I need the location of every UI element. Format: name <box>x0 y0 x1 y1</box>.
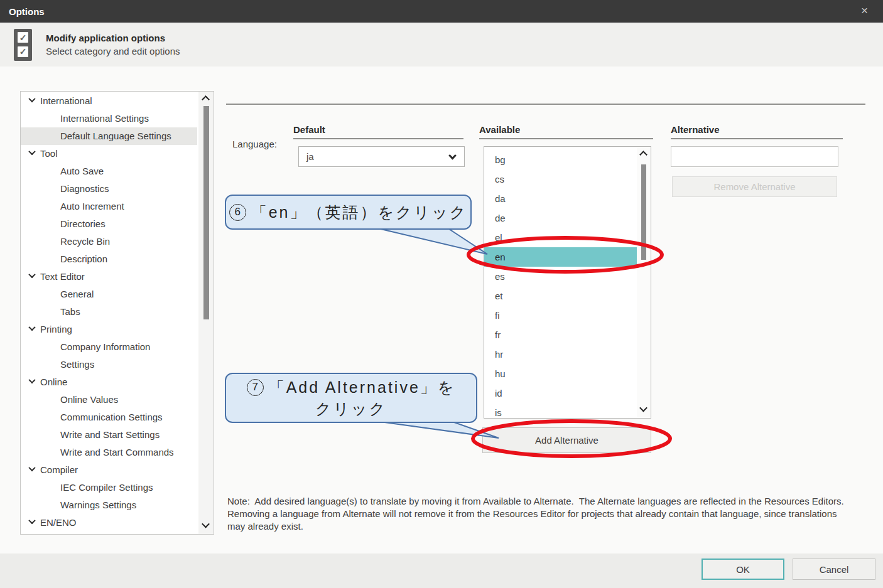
chevron-down-icon <box>28 148 35 155</box>
alternative-input[interactable] <box>671 146 838 167</box>
available-language-id[interactable]: id <box>484 383 637 403</box>
scroll-down-icon[interactable] <box>639 404 647 412</box>
tree-item-label: Write and Start Settings <box>60 426 160 444</box>
tree-item-recycle-bin[interactable]: Recycle Bin <box>21 233 197 250</box>
window-title: Options <box>9 6 45 17</box>
tree-item-label: Printing <box>40 321 72 338</box>
tree-item-communication-settings[interactable]: Communication Settings <box>21 409 197 426</box>
scroll-up-icon[interactable] <box>202 95 210 104</box>
tree-item-diagnostics[interactable]: Diagnostics <box>21 180 197 198</box>
available-language-en[interactable]: en <box>484 247 637 267</box>
tree-item-en-eno[interactable]: EN/ENO <box>21 514 197 532</box>
available-language-fr[interactable]: fr <box>484 325 637 345</box>
available-language-de[interactable]: de <box>484 208 637 228</box>
tree-item-auto-save[interactable]: Auto Save <box>21 163 197 180</box>
callout-text: 「en」（英語）をクリック <box>251 202 468 223</box>
chevron-down-icon <box>448 152 457 160</box>
tree-item-directories[interactable]: Directories <box>21 215 197 233</box>
alternative-column-header: Alternative <box>671 124 843 139</box>
tree-item-label: Compiler <box>40 461 78 479</box>
chevron-down-icon <box>28 464 35 471</box>
callout-text: 「Add Alternative」を <box>269 377 456 398</box>
tree-item-online-values[interactable]: Online Values <box>21 391 197 409</box>
tree-item-label: Diagnostics <box>60 180 109 198</box>
scrollbar-thumb[interactable] <box>203 106 209 319</box>
tree-item-description[interactable]: Description <box>21 250 197 268</box>
tree-item-label: Write and Start Commands <box>60 444 174 461</box>
panel-divider <box>226 104 865 105</box>
step-number-icon: 7 <box>247 379 264 396</box>
available-language-is[interactable]: is <box>484 403 637 419</box>
tree-item-company-information[interactable]: Company Information <box>21 338 197 356</box>
tree-item-general[interactable]: General <box>21 286 197 303</box>
tree-item-label: Online Values <box>60 391 118 409</box>
tree-item-printing[interactable]: Printing <box>21 321 197 338</box>
scroll-down-icon[interactable] <box>202 520 210 528</box>
listbox-scrollbar[interactable] <box>637 147 651 418</box>
tree-item-international-settings[interactable]: International Settings <box>21 110 197 127</box>
tree-item-label: International Settings <box>60 110 149 127</box>
available-languages-listbox[interactable]: bgcsdadeelenesetfifrhrhuidis <box>484 146 651 419</box>
callout-text: クリック <box>315 398 387 419</box>
chevron-down-icon <box>28 271 35 278</box>
scroll-up-icon[interactable] <box>639 151 647 159</box>
tree-item-label: Warnings Settings <box>60 496 136 514</box>
close-icon[interactable]: × <box>861 4 868 16</box>
tree-item-online[interactable]: Online <box>21 373 197 391</box>
tree-item-warnings-settings[interactable]: Warnings Settings <box>21 496 197 514</box>
available-language-fi[interactable]: fi <box>484 306 637 325</box>
tree-item-iec-compiler-settings[interactable]: IEC Compiler Settings <box>21 479 197 496</box>
wizard-header: ✓ ✓ Modify application options Select ca… <box>0 23 883 67</box>
options-checklist-icon: ✓ ✓ <box>14 29 32 61</box>
tree-scrollbar[interactable] <box>198 92 214 534</box>
step-number-icon: 6 <box>229 204 246 221</box>
tree-item-label: Default Language Settings <box>60 127 171 145</box>
tree-item-auto-increment[interactable]: Auto Increment <box>21 198 197 215</box>
tree-item-label: Company Information <box>60 338 150 356</box>
tree-item-label: Settings <box>60 356 94 373</box>
tree-item-text-editor[interactable]: Text Editor <box>21 268 197 286</box>
tree-item-tool[interactable]: Tool <box>21 145 197 163</box>
available-language-cs[interactable]: cs <box>484 169 637 189</box>
cancel-button[interactable]: Cancel <box>793 559 875 580</box>
available-language-da[interactable]: da <box>484 189 637 208</box>
tree-item-international[interactable]: International <box>21 92 197 110</box>
language-label: Language: <box>232 139 277 149</box>
callout-step6: 6 「en」（英語）をクリック <box>225 195 472 230</box>
available-language-es[interactable]: es <box>484 267 637 286</box>
available-language-el[interactable]: el <box>484 228 637 247</box>
tree-item-tabs[interactable]: Tabs <box>21 303 197 321</box>
available-language-hu[interactable]: hu <box>484 364 637 383</box>
callout-tail <box>376 228 487 254</box>
header-title: Modify application options <box>46 33 180 43</box>
tree-item-label: Tool <box>40 145 58 163</box>
default-language-dropdown[interactable]: ja <box>298 146 465 167</box>
note-text: Note: Add desired language(s) to transla… <box>227 495 850 533</box>
available-language-et[interactable]: et <box>484 286 637 306</box>
available-language-hr[interactable]: hr <box>484 345 637 364</box>
tree-item-settings[interactable]: Settings <box>21 356 197 373</box>
tree-item-label: International <box>40 92 92 110</box>
tree-item-label: Auto Save <box>60 163 104 180</box>
tree-item-label: General <box>60 286 94 303</box>
ok-button[interactable]: OK <box>702 559 784 580</box>
check-icon: ✓ <box>19 33 27 42</box>
tree-item-label: Description <box>60 250 107 268</box>
titlebar: Options × <box>0 0 883 23</box>
scrollbar-thumb[interactable] <box>641 164 646 260</box>
checkbox-icon: ✓ <box>18 46 28 57</box>
remove-alternative-button: Remove Alternative <box>672 176 837 197</box>
tree-item-default-language-settings[interactable]: Default Language Settings <box>21 127 197 145</box>
tree-item-compiler[interactable]: Compiler <box>21 461 197 479</box>
chevron-down-icon <box>28 377 35 383</box>
add-alternative-button[interactable]: Add Alternative <box>482 427 651 453</box>
default-column-header: Default <box>293 124 463 139</box>
tree-item-write-and-start-commands[interactable]: Write and Start Commands <box>21 444 197 461</box>
available-language-bg[interactable]: bg <box>484 150 637 169</box>
check-icon: ✓ <box>19 47 27 56</box>
tree-item-label: EN/ENO <box>40 514 77 532</box>
tree-items: InternationalInternational SettingsDefau… <box>21 92 197 532</box>
tree-item-write-and-start-settings[interactable]: Write and Start Settings <box>21 426 197 444</box>
chevron-down-icon <box>28 95 35 102</box>
default-language-value: ja <box>306 151 314 162</box>
